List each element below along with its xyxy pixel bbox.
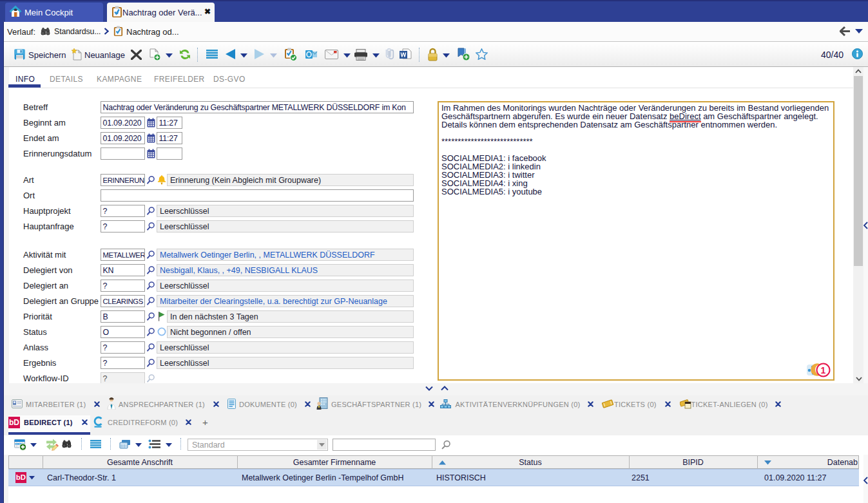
svg-text:1: 1: [821, 365, 826, 375]
